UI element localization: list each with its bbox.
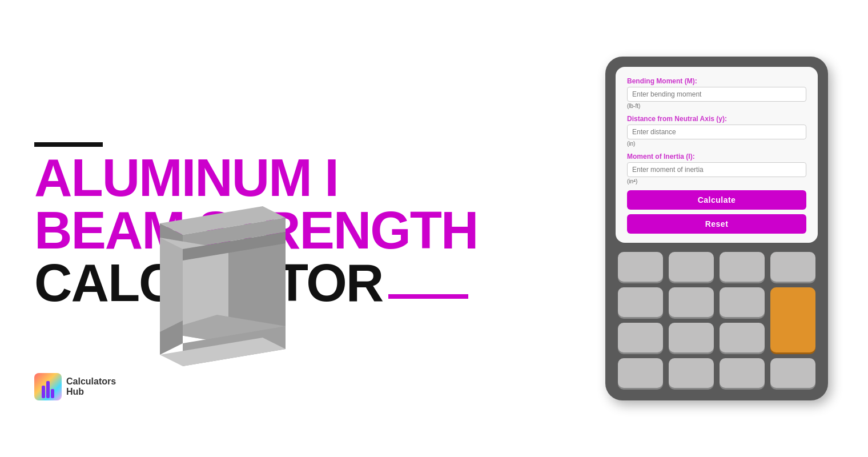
svg-marker-5 [160,238,183,332]
logo-bar-1 [42,386,45,398]
bending-moment-group: Bending Moment (M): (lb-ft) [627,77,806,109]
bending-moment-label: Bending Moment (M): [627,77,806,85]
key-4[interactable] [770,252,815,282]
key-3[interactable] [720,252,765,282]
ibeam-illustration [148,201,320,378]
distance-label: Distance from Neutral Axis (y): [627,115,806,123]
key-14[interactable] [770,358,815,388]
distance-group: Distance from Neutral Axis (y): (in) [627,115,806,147]
moment-inertia-group: Moment of Inertia (I): (in⁴) [627,153,806,185]
right-section: Bending Moment (M): (lb-ft) Distance fro… [600,57,834,400]
key-9[interactable] [669,323,714,352]
key-11[interactable] [618,358,663,388]
logo-bar-3 [51,389,54,398]
calculate-button[interactable]: Calculate [627,190,806,210]
moment-inertia-unit: (in⁴) [627,178,806,185]
logo-text: Calculators Hub [66,376,116,396]
logo: Calculators Hub [34,373,116,400]
key-8[interactable] [618,323,663,352]
left-section: ALUMINUM I BEAM STRENGTH CALCULATOR [34,137,600,320]
calculator-body: Bending Moment (M): (lb-ft) Distance fro… [605,57,828,400]
reset-button[interactable]: Reset [627,214,806,234]
bending-moment-input[interactable] [627,87,806,102]
key-1[interactable] [618,252,663,282]
bending-moment-unit: (lb-ft) [627,103,806,109]
key-6[interactable] [669,287,714,317]
calculator-screen: Bending Moment (M): (lb-ft) Distance fro… [616,67,818,243]
moment-inertia-input[interactable] [627,162,806,177]
logo-text-calculators: Calculators [66,376,116,387]
logo-icon [34,373,62,400]
title-underline [388,294,468,299]
distance-unit: (in) [627,141,806,147]
key-5[interactable] [618,287,663,317]
title-overline [34,142,103,147]
key-7[interactable] [720,287,765,317]
key-orange-tall[interactable] [770,287,815,352]
logo-text-hub: Hub [66,387,116,397]
keypad [616,252,818,388]
distance-input[interactable] [627,125,806,139]
key-13[interactable] [720,358,765,388]
title-line1: ALUMINUM I [34,151,600,204]
key-10[interactable] [720,323,765,352]
key-12[interactable] [669,358,714,388]
logo-bar-2 [46,381,50,398]
key-2[interactable] [669,252,714,282]
moment-inertia-label: Moment of Inertia (I): [627,153,806,161]
